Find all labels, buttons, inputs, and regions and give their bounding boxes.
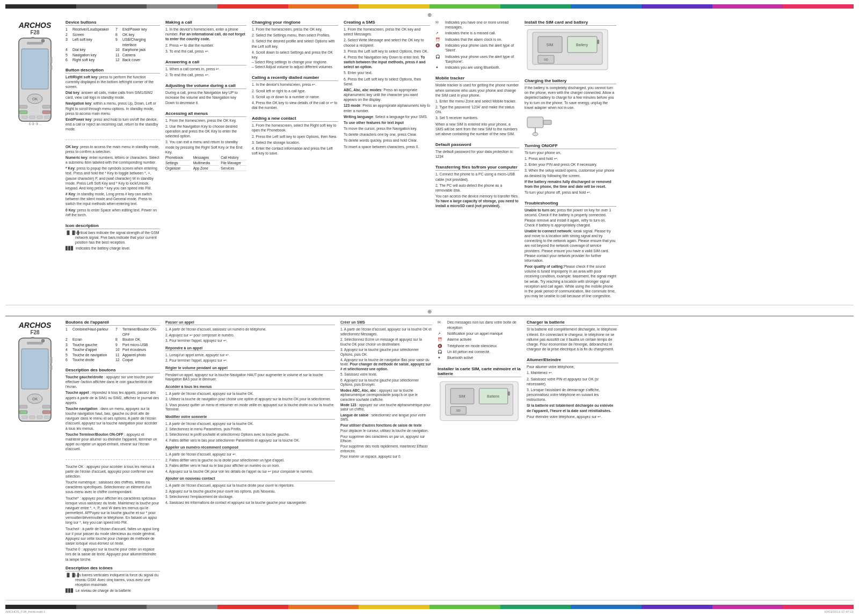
svg-rect-2 — [27, 42, 43, 45]
turning-on-off-title-en: Turning ON/OFF — [525, 143, 616, 149]
fr-btn-5: 5Touche de navigation — [65, 353, 110, 358]
svg-rect-35 — [19, 405, 27, 408]
desc-icones-body-fr: ▐▌▐▌▐ Les barres verticales indiquent la… — [65, 573, 160, 593]
accessing-menus-title-en: Accessing all menus — [165, 111, 246, 117]
menu-multimedia: Multimedia — [193, 161, 219, 166]
menu-filemanager: File Manager — [221, 161, 246, 166]
english-section: ARCHOS F28 OK — [5, 19, 854, 305]
status-icons-fr: ✉ Des messages non lus dans votre boîte … — [438, 320, 521, 362]
icon-silent-fr: 🔇 Téléphone en mode silencieux — [438, 343, 521, 348]
svg-rect-14 — [50, 65, 52, 70]
call-missed-icon-fr: ↗ — [438, 331, 445, 336]
divider-1-en — [65, 140, 160, 140]
col-fr-tracker: ✉ Des messages non lus dans votre boîte … — [436, 319, 522, 597]
svg-rect-10 — [30, 116, 35, 119]
brand-logo-en: ARCHOS — [19, 21, 52, 30]
boutons-section-fr: Boutons de l'appareil 1Combiné/Haut-parl… — [65, 320, 160, 363]
icon-bluetooth-fr: ✦ Bluetooth activé — [438, 355, 521, 360]
color-bar-top — [5, 4, 854, 9]
device-buttons-title-en: Device buttons — [65, 20, 160, 26]
french-content-cols: Boutons de l'appareil 1Combiné/Haut-parl… — [64, 319, 854, 597]
btn-item-4: 4Dial key — [65, 47, 110, 53]
making-call-body-en: 1. In the device's homescreen, enter a p… — [165, 27, 246, 54]
svg-rect-8 — [42, 111, 50, 114]
menu-services: Services — [221, 166, 246, 171]
silent-icon-fr: 🔇 — [438, 343, 445, 348]
svg-rect-7 — [19, 111, 27, 114]
icon-missed-fr: ↗ Notification pour un appel manqué — [438, 331, 521, 336]
svg-rect-13 — [50, 57, 52, 63]
install-sim-title-fr: Installer la carte SIM, carte mémoire et… — [438, 366, 521, 377]
svg-rect-27 — [543, 120, 551, 124]
alarm-icon-en: ⏰ — [435, 37, 443, 42]
btn-item-5: 5Navigation key — [65, 53, 110, 58]
svg-text:Batterie: Batterie — [487, 394, 500, 398]
answering-call-body-en: 1. When a call comes in, press ↩. 2. To … — [165, 67, 246, 77]
turning-on-off-body-en: To turn your phone on, 1. Press and hold… — [525, 150, 616, 195]
adding-contact-body-en: 1. From the homescreen, select the Right… — [252, 123, 338, 156]
menu-phonebook: Phonebook — [165, 156, 191, 160]
fr-btn-10: 10Port écouteurs — [115, 347, 160, 353]
troubleshooting-body-en: Unable to turn on: press the power on ke… — [525, 208, 616, 298]
signal-icon-fr: ▐▌▐▌▐ — [65, 573, 73, 577]
boutons-title-fr: Boutons de l'appareil — [65, 320, 160, 326]
signal-icon-en: ▐▌▐▌▐ — [65, 230, 73, 235]
brand-model-en: F28 — [30, 30, 39, 35]
fr-btn-3: 3Touche gauche — [65, 342, 110, 348]
svg-rect-36 — [42, 405, 50, 408]
btn-item-1: 1Receiver/Loudspeaker — [65, 27, 110, 32]
status-icons-body-fr: ✉ Des messages non lus dans votre boîte … — [438, 320, 521, 361]
mobile-tracker-section-en: Mobile tracker Mobile tracker is used fo… — [435, 76, 519, 137]
device-buttons-section-en: Device buttons 1Receiver/Loudspeaker 7En… — [65, 20, 160, 63]
icon-desc-section-en: Icon description ▐▌▐▌▐ Vertical bars ind… — [65, 223, 160, 252]
creating-sms-body-en: 1. From the homescreen, press the OK key… — [344, 27, 430, 149]
svg-point-29 — [533, 133, 538, 136]
desc-icones-section-fr: Description des icônes ▐▌▐▌▐ Les barres … — [65, 566, 160, 595]
earphone-icon-fr: 🎧 — [438, 349, 445, 354]
svg-rect-40 — [30, 416, 35, 419]
troubleshooting-title-en: Troubleshooting — [525, 201, 616, 207]
install-sim-section-en: Install the SIM card and battery SIM Bat… — [525, 20, 616, 74]
svg-rect-31 — [21, 349, 48, 389]
envelope-icon-fr: ✉ — [438, 320, 445, 325]
footer-left: ARCHOS_F28_frenb.indd 1 — [5, 610, 45, 613]
battery-icon-fr: ▊▊▊ — [65, 588, 74, 593]
footer-right: 10/01/2013 17:47:11 — [824, 610, 854, 613]
page-footer: ARCHOS_F28_frenb.indd 1 10/01/2013 17:47… — [5, 610, 854, 613]
creating-sms-title-en: Creating a SMS — [344, 20, 430, 26]
svg-rect-26 — [527, 117, 543, 128]
col-boutons-fr: Boutons de l'appareil 1Combiné/Haut-parl… — [64, 319, 161, 597]
allumer-section-fr: Allumer/Eteindre Pour allumer votre télé… — [527, 357, 618, 420]
icon-desc-title-en: Icon description — [65, 223, 160, 229]
adjusting-vol-section-en: Adjusting the volume during a call Durin… — [165, 83, 246, 106]
icon-missed-en: ↗ Indicates there is a missed call. — [435, 31, 519, 35]
default-password-section-en: Default password The default password fo… — [435, 142, 519, 160]
fr-col2-placeholder: Passer un appel 1. A partir de l'écran d… — [165, 320, 335, 506]
earphone-icon-en: 🎧 — [435, 54, 443, 59]
answering-call-title-en: Answering a call — [165, 60, 246, 65]
english-content-cols: Device buttons 1Receiver/Loudspeaker 7En… — [64, 19, 854, 303]
phone-diagram-fr: OK — [11, 335, 59, 421]
bluetooth-icon-en: ✦ — [435, 65, 443, 70]
desc-boutons-title-fr: Description des boutons — [65, 368, 160, 373]
color-bar-bottom — [5, 605, 854, 609]
col-sms-en: Creating a SMS 1. From the homescreen, p… — [343, 19, 431, 303]
svg-rect-12 — [45, 116, 50, 119]
making-call-title-en: Making a call — [165, 20, 246, 26]
phone-image-col-en: ARCHOS F28 OK — [5, 19, 64, 303]
svg-rect-46 — [31, 337, 34, 339]
adjusting-vol-title-en: Adjusting the volume during a call — [165, 83, 246, 89]
page: ⊕ ARCHOS F28 OK — [0, 0, 859, 616]
svg-rect-44 — [50, 365, 52, 370]
icon-silent-en: 🔇 Indicates your phone uses the alert ty… — [435, 43, 519, 53]
envelope-icon-en: ✉ — [435, 20, 443, 25]
changing-ringtone-body-en: 1. From the homescreen, press the OK key… — [252, 27, 338, 69]
svg-rect-52 — [508, 391, 510, 395]
allumer-title-fr: Allumer/Eteindre — [527, 357, 618, 363]
boutons-list-fr: 1Combiné/Haut-parleur 7Terminer/Bouton O… — [65, 327, 160, 363]
btn-item-10: 10Earphone jack — [115, 47, 160, 53]
calling-recently-section-en: Calling a recently dialled number 1. In … — [252, 75, 338, 111]
fr-btn-7: 7Terminer/Bouton ON-OFF — [115, 327, 160, 337]
button-desc-title-en: Button description — [65, 68, 160, 74]
accessing-menus-section-en: Accessing all menus 1. From the homescre… — [165, 111, 246, 171]
